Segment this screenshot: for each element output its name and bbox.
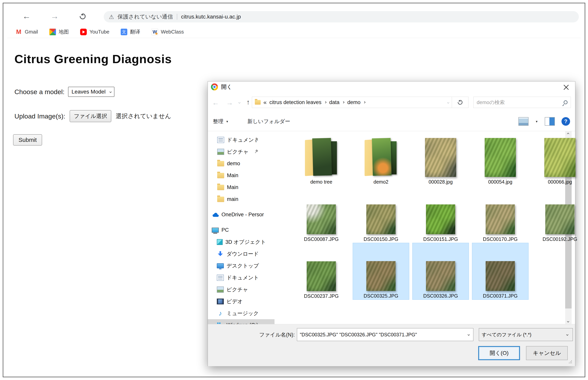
sidebar-item[interactable]: ビデオ	[208, 295, 274, 307]
nav-up-icon[interactable]: ↑	[246, 98, 250, 106]
file-item[interactable]: DSC00325.JPG	[353, 243, 409, 300]
sidebar-item[interactable]: ピクチャ	[208, 284, 274, 295]
sidebar-item[interactable]: ダウンロード	[208, 248, 274, 260]
choose-file-button[interactable]: ファイル選択	[70, 110, 112, 122]
file-item[interactable]: 000028.jpg	[412, 137, 469, 186]
file-item[interactable]: 000054.jpg	[472, 137, 529, 186]
folder-photo	[372, 138, 392, 176]
close-icon[interactable]	[561, 83, 571, 92]
sidebar-item-label: Main	[227, 184, 238, 190]
model-label: Choose a model:	[14, 88, 64, 96]
back-icon[interactable]: ←	[22, 12, 31, 21]
file-item[interactable]: 000066.jpg	[532, 137, 588, 186]
new-folder-button[interactable]: 新しいフォルダー	[247, 118, 290, 125]
file-name-label: DSC00192.JPG	[543, 236, 577, 242]
nav-back-icon[interactable]: ←	[212, 99, 219, 107]
photo-thumbnail	[425, 138, 456, 177]
sidebar-item[interactable]: demo	[208, 158, 274, 170]
sidebar-item[interactable]: 3D オブジェクト	[208, 236, 274, 248]
chevron-right-icon	[324, 101, 326, 103]
file-item[interactable]: demo2	[353, 137, 409, 186]
breadcrumb-segment-label: citrus detection leaves	[269, 99, 321, 105]
pc-icon	[212, 228, 219, 233]
help-icon[interactable]: ?	[562, 117, 570, 126]
dialog-titlebar[interactable]: 開く	[208, 81, 575, 92]
bookmarks-bar: MGmail地图YouTube文翻译WWebClass	[7, 26, 581, 38]
scroll-down-icon[interactable]	[567, 320, 569, 322]
nav-forward-icon[interactable]: →	[226, 99, 233, 107]
file-item[interactable]: DSC00151.JPG	[412, 203, 469, 243]
sidebar-item[interactable]: main	[208, 193, 274, 205]
bookmark-item[interactable]: MGmail	[15, 29, 38, 35]
sidebar-item-label: ダウンロード	[227, 250, 259, 257]
organize-menu[interactable]: 整理 ▼	[213, 118, 229, 125]
breadcrumb[interactable]: « citrus detection leavesdatademo	[252, 97, 452, 108]
sidebar-item-label: PC	[221, 227, 229, 233]
youtube-icon	[80, 29, 87, 35]
folder-icon	[217, 173, 224, 178]
maps-icon	[49, 29, 56, 35]
bookmark-item[interactable]: WWebClass	[152, 29, 184, 35]
browser-toolbar: ← → ⚠ 保護されていない通信 citrus.kutc.kansai-u.ac…	[7, 7, 581, 26]
forward-icon[interactable]: →	[51, 12, 59, 21]
preview-pane-icon[interactable]	[545, 117, 555, 126]
model-select[interactable]: Leaves Model	[68, 87, 115, 97]
file-item[interactable]: DSC00237.JPG	[293, 243, 350, 300]
sidebar-item[interactable]: ドキュメント	[208, 272, 274, 284]
file-item[interactable]: DSC00192.JPG	[532, 203, 588, 243]
breadcrumb-segment[interactable]: citrus detection leaves	[269, 99, 326, 105]
sidebar-item-label: 3D オブジェクト	[225, 239, 266, 246]
sidebar-item-label: OneDrive - Persor	[221, 212, 264, 218]
file-item[interactable]: DSC00150.JPG	[353, 203, 409, 243]
folder-icon	[217, 197, 224, 202]
file-item[interactable]: demo tree	[293, 137, 350, 186]
file-name-label: 000028.jpg	[429, 179, 453, 185]
search-input[interactable]	[477, 99, 564, 105]
sidebar-item[interactable]: ピクチャ	[208, 146, 274, 158]
open-button[interactable]: 開く(O)	[478, 346, 520, 360]
sidebar-item[interactable]: PC	[208, 224, 274, 236]
sidebar-item[interactable]: Windows (C:)	[208, 319, 274, 324]
file-grid-row: demo treedemo2000028.jpg000054.jpg000066…	[293, 137, 588, 185]
photo-thumbnail	[544, 138, 575, 177]
sidebar-item-label: ミュージック	[227, 310, 259, 317]
submit-button[interactable]: Submit	[13, 134, 42, 146]
not-secure-warning-icon[interactable]: ⚠	[109, 13, 114, 20]
sidebar-item[interactable]: ドキュメント	[208, 134, 274, 146]
view-mode-dropdown-icon[interactable]: ▼	[535, 120, 538, 123]
filetype-select[interactable]: すべてのファイル (*.*)	[479, 328, 573, 341]
refresh-button[interactable]	[452, 97, 469, 108]
breadcrumb-segment[interactable]: demo	[347, 99, 365, 105]
breadcrumb-segment[interactable]: data	[329, 99, 344, 105]
file-item[interactable]: DSC00087.JPG	[293, 203, 350, 243]
search-box[interactable]	[473, 97, 571, 108]
document-icon	[217, 275, 224, 281]
chevron-down-icon	[110, 91, 112, 93]
bookmark-item[interactable]: 地图	[49, 28, 69, 35]
scroll-up-icon[interactable]	[567, 133, 569, 135]
sidebar-item[interactable]: デスクトップ	[208, 260, 274, 272]
sidebar-item[interactable]: ♪ミュージック	[208, 307, 274, 319]
reload-icon[interactable]	[78, 12, 87, 20]
address-url: citrus.kutc.kansai-u.ac.jp	[181, 14, 241, 20]
bookmark-item[interactable]: YouTube	[80, 29, 109, 35]
resize-grip[interactable]	[569, 360, 572, 364]
filename-input[interactable]	[297, 332, 464, 338]
file-name-label: demo2	[373, 179, 388, 185]
nav-history-chevron-icon[interactable]	[238, 101, 240, 103]
address-bar[interactable]: ⚠ 保護されていない通信 citrus.kutc.kansai-u.ac.jp	[104, 11, 579, 22]
filename-combobox[interactable]	[297, 328, 473, 341]
breadcrumb-dropdown[interactable]	[448, 101, 449, 104]
file-item[interactable]: DSC00326.JPG	[412, 243, 469, 300]
download-icon	[217, 251, 224, 257]
cancel-button[interactable]: キャンセル	[526, 346, 568, 360]
sidebar-item[interactable]: Main	[208, 170, 274, 181]
bookmark-item[interactable]: 文翻译	[121, 28, 140, 35]
sidebar-item[interactable]: OneDrive - Persor	[208, 209, 274, 221]
file-item[interactable]: DSC00170.JPG	[472, 203, 529, 243]
file-item[interactable]: DSC00371.JPG	[472, 243, 529, 300]
sidebar-item[interactable]: Main	[208, 181, 274, 193]
filename-dropdown-icon[interactable]	[464, 328, 473, 341]
search-icon[interactable]	[564, 100, 568, 104]
view-mode-icon[interactable]	[518, 117, 529, 126]
